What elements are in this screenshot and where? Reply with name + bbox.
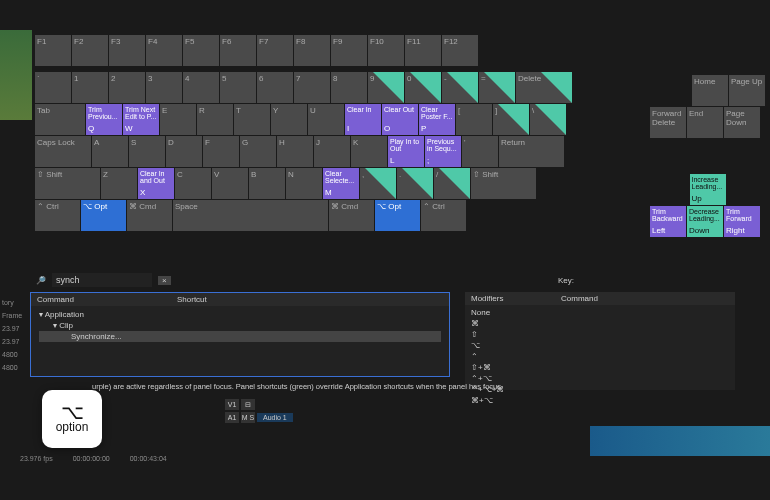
key-[interactable]: = <box>479 72 515 103</box>
key-k[interactable]: K <box>351 136 387 167</box>
key-u[interactable]: U <box>308 104 344 135</box>
key-pagedown[interactable]: Page Down <box>724 107 760 138</box>
key-e[interactable]: E <box>160 104 196 135</box>
key-g[interactable]: G <box>240 136 276 167</box>
key-[interactable]: - <box>442 72 478 103</box>
search-input[interactable] <box>52 273 152 287</box>
key-z[interactable]: Z <box>101 168 137 199</box>
mod-row[interactable]: None <box>471 307 729 318</box>
mod-row[interactable]: ⌘+⌥ <box>471 395 729 406</box>
key-opt[interactable]: ⌥ Opt <box>375 200 420 231</box>
key-cmd[interactable]: ⌘ Cmd <box>127 200 172 231</box>
mod-row[interactable]: ⌘ <box>471 318 729 329</box>
key-w[interactable]: Trim Next Edit to P...W <box>123 104 159 135</box>
key-a[interactable]: A <box>92 136 128 167</box>
key-7[interactable]: 7 <box>294 72 330 103</box>
key-b[interactable]: B <box>249 168 285 199</box>
key-q[interactable]: Trim Previou...Q <box>86 104 122 135</box>
key-f12[interactable]: F12 <box>442 35 478 66</box>
key-9[interactable]: 9 <box>368 72 404 103</box>
mod-row[interactable]: ⌃+⌥+⌘ <box>471 384 729 395</box>
key-[interactable]: / <box>434 168 470 199</box>
key-[interactable]: ' <box>462 136 498 167</box>
key-s[interactable]: S <box>129 136 165 167</box>
key-f9[interactable]: F9 <box>331 35 367 66</box>
key-y[interactable]: Y <box>271 104 307 135</box>
mod-row[interactable]: ⌃ <box>471 351 729 362</box>
tree-item-app[interactable]: ▾ Application <box>39 309 441 320</box>
key-pageup[interactable]: Page Up <box>729 75 765 106</box>
tree-item-sync[interactable]: Synchronize... <box>39 331 441 342</box>
mod-row[interactable]: ⌃+⌥ <box>471 373 729 384</box>
key-f3[interactable]: F3 <box>109 35 145 66</box>
key-tab[interactable]: Tab <box>35 104 85 135</box>
key-v[interactable]: V <box>212 168 248 199</box>
key-[interactable]: Previous in Sequ...; <box>425 136 461 167</box>
key-capslock[interactable]: Caps Lock <box>35 136 91 167</box>
key-p[interactable]: Clear Poster F...P <box>419 104 455 135</box>
mod-row[interactable]: ⇧+⌘ <box>471 362 729 373</box>
key-d[interactable]: D <box>166 136 202 167</box>
command-list[interactable]: CommandShortcut ▾ Application ▾ Clip Syn… <box>30 292 450 377</box>
mod-row[interactable]: ⇧ <box>471 329 729 340</box>
track-v1[interactable]: V1 <box>225 399 239 410</box>
track-a1[interactable]: A1 <box>225 412 239 423</box>
waveform-preview[interactable] <box>590 426 770 456</box>
key-1[interactable]: 1 <box>72 72 108 103</box>
key-opt[interactable]: ⌥ Opt <box>81 200 126 231</box>
key-f6[interactable]: F6 <box>220 35 256 66</box>
key-m[interactable]: Clear Selecte...M <box>323 168 359 199</box>
key-5[interactable]: 5 <box>220 72 256 103</box>
key-f1[interactable]: F1 <box>35 35 71 66</box>
key-down[interactable]: Decrease Leading...Down <box>687 206 723 237</box>
key-2[interactable]: 2 <box>109 72 145 103</box>
key-6[interactable]: 6 <box>257 72 293 103</box>
key-up[interactable]: Increase Leading...Up <box>690 174 726 205</box>
key-r[interactable]: R <box>197 104 233 135</box>
audio-clip[interactable]: Audio 1 <box>257 413 293 422</box>
key-ctrl[interactable]: ⌃ Ctrl <box>35 200 80 231</box>
mod-row[interactable]: ⌥ <box>471 340 729 351</box>
key-right[interactable]: Trim ForwardRight <box>724 206 760 237</box>
key-f11[interactable]: F11 <box>405 35 441 66</box>
key-end[interactable]: End <box>687 107 723 138</box>
key-f4[interactable]: F4 <box>146 35 182 66</box>
key-return[interactable]: Return <box>499 136 564 167</box>
key-o[interactable]: Clear OutO <box>382 104 418 135</box>
key-4[interactable]: 4 <box>183 72 219 103</box>
timeline-tracks[interactable]: V1⊟ A1M SAudio 1 <box>225 398 445 430</box>
key-n[interactable]: N <box>286 168 322 199</box>
key-l[interactable]: Play In to OutL <box>388 136 424 167</box>
key-h[interactable]: H <box>277 136 313 167</box>
key-0[interactable]: 0 <box>405 72 441 103</box>
key-f8[interactable]: F8 <box>294 35 330 66</box>
key-f5[interactable]: F5 <box>183 35 219 66</box>
key-ctrl[interactable]: ⌃ Ctrl <box>421 200 466 231</box>
key-f7[interactable]: F7 <box>257 35 293 66</box>
key-i[interactable]: Clear InI <box>345 104 381 135</box>
key-c[interactable]: C <box>175 168 211 199</box>
key-[interactable]: \ <box>530 104 566 135</box>
key-[interactable]: ] <box>493 104 529 135</box>
key-[interactable]: [ <box>456 104 492 135</box>
key-3[interactable]: 3 <box>146 72 182 103</box>
clear-search-icon[interactable]: × <box>158 276 171 285</box>
key-left[interactable]: Trim BackwardLeft <box>650 206 686 237</box>
key-delete[interactable]: Delete <box>516 72 572 103</box>
key-f10[interactable]: F10 <box>368 35 404 66</box>
key-home[interactable]: Home <box>692 75 728 106</box>
key-[interactable]: . <box>397 168 433 199</box>
key-f2[interactable]: F2 <box>72 35 108 66</box>
key-forwarddelete[interactable]: Forward Delete <box>650 107 686 138</box>
key-space[interactable]: Space <box>173 200 328 231</box>
key-[interactable]: ` <box>35 72 71 103</box>
key-8[interactable]: 8 <box>331 72 367 103</box>
key-f[interactable]: F <box>203 136 239 167</box>
key-t[interactable]: T <box>234 104 270 135</box>
key-x[interactable]: Clear In and OutX <box>138 168 174 199</box>
key-cmd[interactable]: ⌘ Cmd <box>329 200 374 231</box>
key-shift[interactable]: ⇧ Shift <box>471 168 536 199</box>
key-j[interactable]: J <box>314 136 350 167</box>
key-[interactable]: , <box>360 168 396 199</box>
key-shift[interactable]: ⇧ Shift <box>35 168 100 199</box>
